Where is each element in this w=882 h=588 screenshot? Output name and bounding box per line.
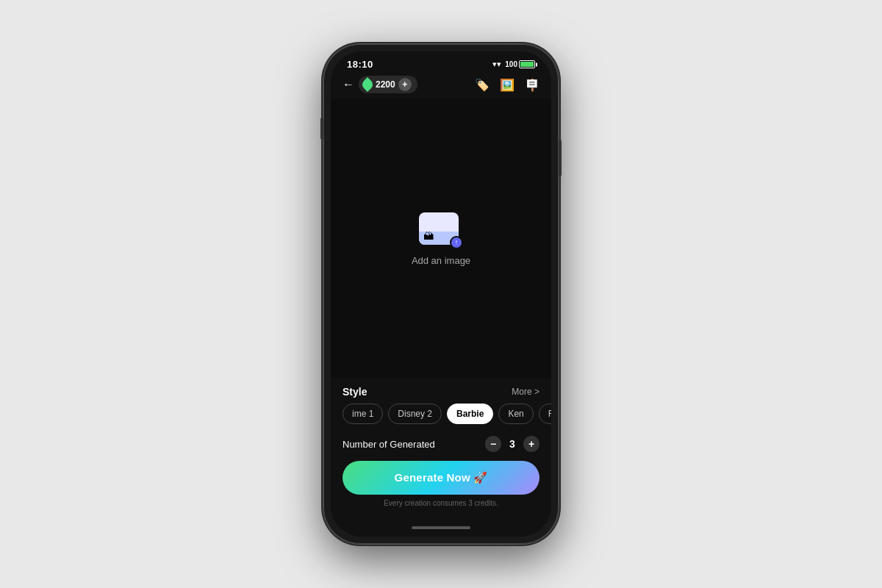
generated-row: Number of Generated − 3 + [343,436,539,452]
style-pill-fashion[interactable]: Fashion Ci [539,404,551,424]
credits-count: 2200 [376,79,395,90]
tag-icon[interactable]: 🏷️ [475,78,490,92]
style-header: Style More > [331,386,551,398]
top-bar: ← 2200 + 🏷️ 🖼️ 🪧 [331,73,551,99]
style-pill-disney2[interactable]: Disney 2 [388,404,442,424]
counter-minus-button[interactable]: − [485,436,501,452]
upload-icon: ↑ [419,212,463,249]
counter-plus-button[interactable]: + [523,436,539,452]
generate-btn-label: Generate Now 🚀 [395,471,488,484]
battery-container: 100 [505,60,535,68]
style-title: Style [343,386,367,398]
main-content: ↑ Add an image Style More > ime 1 Disney… [331,99,551,522]
wifi-icon: ▾▾ [492,60,501,69]
leaf-icon [360,77,375,92]
style-pill-barbie[interactable]: Barbie [447,404,493,424]
more-link[interactable]: More > [512,387,539,397]
style-pill-ken[interactable]: Ken [498,404,533,424]
credits-pill[interactable]: 2200 + [359,76,417,93]
add-image-label: Add an image [412,255,470,266]
frame-icon[interactable]: 🪧 [525,78,539,92]
battery-fill [520,62,534,67]
credits-notice: Every creation consumes 3 credits. [343,499,539,507]
style-section: Style More > ime 1 Disney 2 Barbie Ken F… [331,379,551,429]
style-pill-anime1[interactable]: ime 1 [343,404,383,424]
battery-label: 100 [505,60,517,68]
battery-icon [519,60,535,68]
top-bar-left: ← 2200 + [343,76,417,93]
gallery-icon[interactable]: 🖼️ [500,78,514,92]
top-bar-right: 🏷️ 🖼️ 🪧 [475,78,539,92]
phone-screen: 18:10 ▾▾ 100 ← 2200 + [331,51,551,537]
back-button[interactable]: ← [343,78,354,91]
home-bar [412,526,470,529]
status-icons: ▾▾ 100 [492,60,535,69]
upload-badge: ↑ [450,236,463,249]
counter-value: 3 [507,438,517,450]
generate-now-button[interactable]: Generate Now 🚀 [343,461,539,495]
status-bar: 18:10 ▾▾ 100 [331,51,551,73]
generated-label: Number of Generated [343,439,435,450]
style-pills: ime 1 Disney 2 Barbie Ken Fashion Ci [331,404,551,424]
image-upload-area[interactable]: ↑ Add an image [331,99,551,379]
bottom-section: Number of Generated − 3 + Generate Now 🚀… [331,429,551,522]
phone-device: 18:10 ▾▾ 100 ← 2200 + [323,44,559,544]
add-credits-button[interactable]: + [398,78,412,91]
home-indicator [331,522,551,537]
status-time: 18:10 [347,59,373,70]
counter-row: − 3 + [485,436,539,452]
